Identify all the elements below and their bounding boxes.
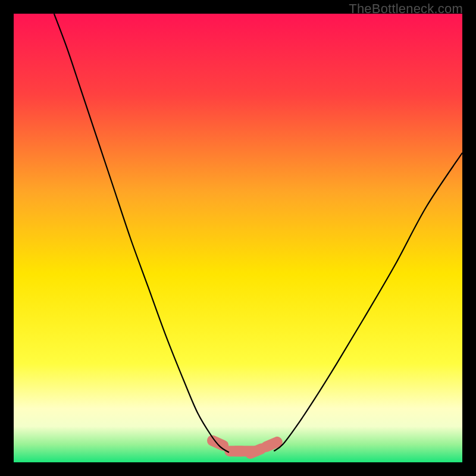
plot-area [14, 14, 462, 462]
marker-dots [212, 440, 277, 453]
left-bottleneck-curve [54, 14, 229, 452]
watermark-text: TheBottleneck.com [349, 1, 463, 17]
right-bottleneck-curve [274, 153, 462, 451]
curves-layer [14, 14, 462, 462]
outer-frame: TheBottleneck.com [0, 0, 476, 476]
marker-dot [266, 442, 277, 447]
